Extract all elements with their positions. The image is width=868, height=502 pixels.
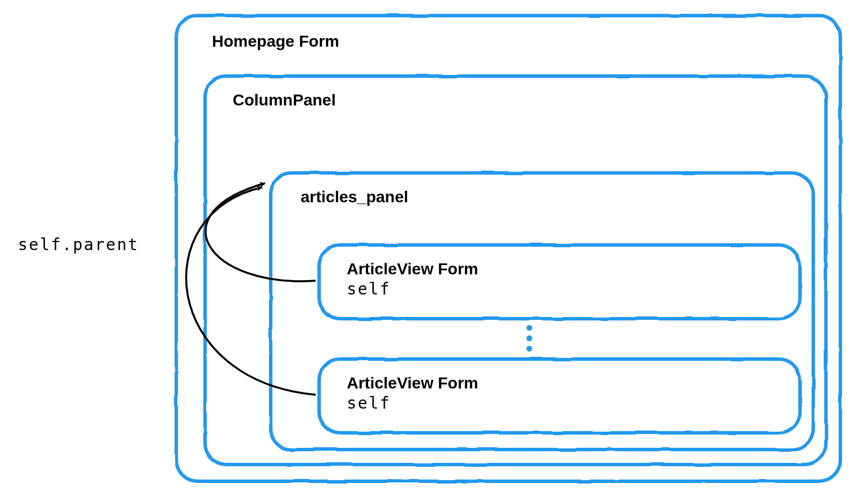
- title-article-view-2: ArticleView Form: [347, 374, 478, 392]
- dot-icon: [526, 325, 532, 331]
- label-column-panel: ColumnPanel: [233, 90, 336, 110]
- ellipsis-dots: [526, 325, 532, 352]
- title-article-view-1: ArticleView Form: [347, 260, 478, 278]
- self-article-view-2: self: [347, 394, 391, 413]
- label-homepage-form: Homepage Form: [212, 31, 339, 51]
- label-article-view-1: ArticleView Form self: [347, 259, 478, 299]
- dot-icon: [526, 335, 532, 341]
- label-articles-panel: articles_panel: [301, 187, 408, 207]
- self-article-view-1: self: [347, 280, 391, 299]
- label-article-view-2: ArticleView Form self: [347, 373, 478, 413]
- dot-icon: [526, 346, 532, 352]
- label-self-parent: self.parent: [18, 235, 139, 254]
